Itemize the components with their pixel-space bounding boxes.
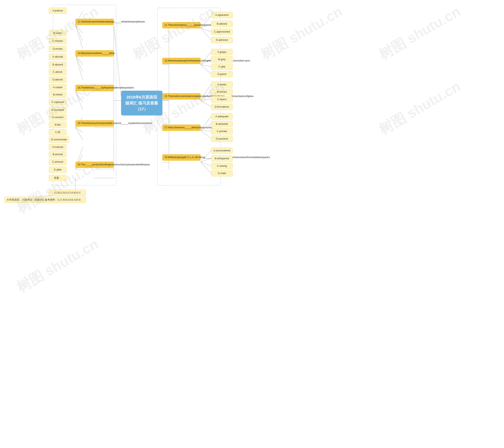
- answer-13a: A.grape: [211, 49, 233, 55]
- question-16: 16.Thethiefwas_____bythepoliceattherailw…: [75, 85, 114, 91]
- answer-17a: A.adequate: [211, 113, 233, 120]
- question-11: 11.Thisuniversityhas_____agreatdealsince…: [162, 22, 201, 28]
- answer-13d: D.grave: [211, 71, 233, 77]
- answer-12d: D.envies: [49, 46, 67, 52]
- answer-20c: C.amount: [49, 159, 67, 165]
- answer-11c: C.approached: [211, 29, 233, 35]
- watermark: 树图 shutu.cn: [257, 2, 346, 64]
- svg-line-2: [114, 25, 121, 97]
- answer-20a: A.manual: [49, 144, 67, 150]
- svg-line-19: [75, 55, 83, 72]
- source-label: 大学英语四、六级考试---四级词汇备考资料: [4, 197, 57, 203]
- bottom-answers-1: 11.B12.D13.C14.B15.C: [49, 190, 86, 196]
- question-15: 15.Themoderncameralensmaybecoatedwithmor…: [162, 93, 201, 99]
- answer-20d: D.alike: [49, 167, 67, 173]
- svg-line-59: [201, 162, 211, 173]
- answer-11d: D.admired: [211, 37, 233, 43]
- svg-line-50: [201, 99, 211, 100]
- question-19: 19.WhilestudyingatU.C.L.A.,Mr.Wang_____h…: [162, 154, 201, 161]
- watermark: 树图 shutu.cn: [376, 2, 464, 64]
- svg-line-24: [75, 91, 83, 110]
- answer-13b: B.grey: [211, 56, 233, 62]
- answer-12b: B.owes: [49, 30, 67, 36]
- answer-16c: C.captured: [49, 99, 67, 105]
- svg-line-47: [201, 65, 211, 74]
- watermark: 树图 shutu.cn: [13, 234, 102, 297]
- center-node: 2018年6月英语四级词汇 练习及答案（17）: [121, 91, 162, 116]
- answer-11a: A.appeared: [211, 12, 233, 18]
- question-20: 20.The_____productionofenginesinnourfact…: [75, 162, 114, 168]
- svg-line-14: [75, 25, 83, 33]
- answer-15a: A.levels: [211, 81, 233, 88]
- svg-line-58: [201, 162, 211, 166]
- svg-line-28: [75, 128, 83, 139]
- answer-15d: D.formations: [211, 104, 233, 110]
- answer-19c: C.swung: [211, 163, 233, 169]
- answer-14d: D.absorb: [49, 77, 67, 83]
- answer-14c: C.above: [49, 69, 67, 75]
- answer-18d: D.concentrate: [49, 136, 69, 143]
- watermark: 树图 shutu.cn: [129, 2, 218, 64]
- svg-line-54: [201, 131, 211, 131]
- answer-17b: B.absolute: [211, 121, 233, 127]
- answer-11b: B.altered: [211, 21, 233, 27]
- answer-12c: C.misses: [49, 38, 67, 44]
- answer-15b: B.stories: [211, 89, 233, 95]
- answer-18a: A.connect: [49, 114, 67, 120]
- answer-19a: A.encountered: [211, 147, 233, 154]
- answer-16b: B.mined: [49, 92, 67, 98]
- answer-13c: C.grip: [211, 63, 233, 70]
- answer-12a: A.jealous: [49, 7, 67, 14]
- svg-line-15: [75, 25, 83, 41]
- answer-17d: D.practical: [211, 136, 233, 142]
- answer-14b: B.aboard: [49, 61, 67, 68]
- svg-line-20: [75, 55, 83, 80]
- connector-lines: [0, 0, 504, 448]
- answer-16a: A.carpet: [49, 84, 67, 91]
- svg-line-43: [201, 28, 211, 40]
- svg-line-32: [75, 169, 83, 170]
- answer-20b: B.annual: [49, 151, 67, 157]
- answer-15c: C.layers: [211, 96, 233, 102]
- answer-label: 答案：: [49, 175, 67, 181]
- answer-19d: D.maid: [211, 170, 233, 176]
- svg-line-46: [201, 65, 211, 67]
- question-14: 14.Maryhasneverbeen_____aship.: [75, 50, 114, 57]
- svg-line-55: [201, 131, 211, 138]
- question-13: 13.Whenhewokeupfromhisdream,thefrightene…: [162, 58, 201, 64]
- watermark: 树图 shutu.cn: [376, 77, 464, 139]
- svg-line-23: [75, 91, 83, 102]
- question-18: 18.Thereistoomuchnoiseoutside.Icannot___…: [75, 120, 114, 127]
- svg-line-27: [75, 128, 83, 132]
- question-12: 12.Sheisnarrowmindedandalways_____whatot…: [75, 19, 114, 25]
- answer-18c: C.fill: [49, 129, 67, 136]
- svg-line-22: [75, 91, 83, 95]
- answer-18b: B.flat: [49, 122, 67, 128]
- question-17: 17.Infact,thereisno_____libertyinanycoun…: [162, 125, 201, 131]
- svg-line-16: [75, 25, 83, 49]
- svg-line-51: [201, 100, 211, 107]
- svg-line-42: [201, 28, 211, 32]
- answer-17c: C.private: [211, 128, 233, 135]
- svg-line-44: [201, 52, 211, 65]
- answer-19b: B.whispered: [211, 155, 233, 162]
- answer-14a: A.abroad: [49, 54, 67, 60]
- answer-16d: D.mounted: [49, 107, 67, 113]
